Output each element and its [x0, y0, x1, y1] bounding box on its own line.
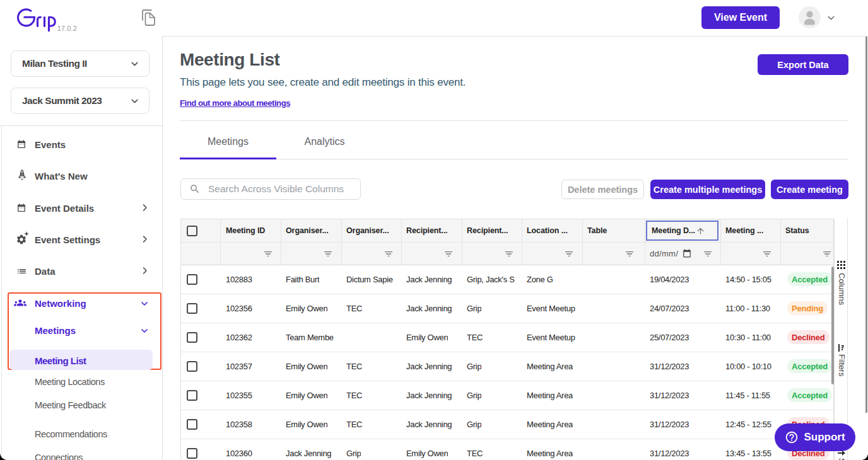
svg-text:17.0.2: 17.0.2	[57, 25, 77, 32]
